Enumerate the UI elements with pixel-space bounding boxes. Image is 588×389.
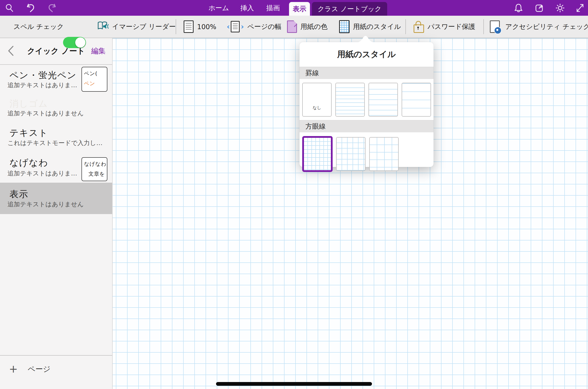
page-list-item[interactable]: なげなわ 追加テキストはありま… なげなわ 文章を <box>0 151 112 183</box>
page-list-item-selected[interactable]: 表示 追加テキストはありません <box>0 183 112 214</box>
page-thumbnail: ペン( ペン <box>81 67 107 92</box>
tab-home[interactable]: ホーム <box>206 0 231 16</box>
tab-insert[interactable]: 挿入 <box>236 0 258 16</box>
spell-check-toggle[interactable] <box>63 37 86 48</box>
toolbar-divider <box>405 19 406 34</box>
paper-style-ruled-medium[interactable] <box>368 83 398 117</box>
page-list-item[interactable]: 消しゴム 追加テキストはありません <box>0 95 112 121</box>
share-icon[interactable] <box>532 0 547 16</box>
page-thumbnail: なげなわ 文章を <box>81 157 107 181</box>
lock-icon <box>414 24 424 33</box>
tab-view[interactable]: 表示 <box>289 2 310 16</box>
onenote-app: ホーム 挿入 描画 表示 クラス ノートブック スペル チェック イマーシブ リ… <box>0 0 588 389</box>
sidebar-header: クイック ノート 編集 <box>0 38 112 64</box>
home-indicator[interactable] <box>216 382 372 386</box>
paper-style-popover: 用紙のスタイル 罫線 なし 方眼線 <box>299 42 434 167</box>
plus-icon: + <box>9 364 18 374</box>
accessibility-check-button[interactable]: アクセシビリティ チェック <box>490 16 588 38</box>
toolbar-divider <box>176 19 176 34</box>
paper-style-grid-small-selected[interactable] <box>302 136 333 172</box>
section-header-grid: 方眼線 <box>299 120 434 132</box>
page-list-sidebar: クイック ノート 編集 ペン・蛍光ペン 追加テキストはありま… ペン( ペン 消… <box>0 38 113 389</box>
page-width-icon: ‹ › <box>227 21 244 32</box>
search-icon[interactable] <box>2 0 17 16</box>
top-app-bar: ホーム 挿入 描画 表示 クラス ノートブック <box>0 0 588 16</box>
paper-style-ruled-wide[interactable] <box>402 83 431 117</box>
redo-icon[interactable] <box>44 0 59 16</box>
password-protect-button[interactable]: パスワード保護 <box>414 16 475 38</box>
paper-color-button[interactable]: 用紙の色 <box>287 16 328 38</box>
settings-icon[interactable] <box>553 0 568 16</box>
view-ribbon-toolbar: スペル チェック イマーシブ リーダー 100% ‹ › ページの幅 用紙の色 <box>0 16 588 38</box>
immersive-reader-icon <box>97 20 109 33</box>
page-list-item[interactable]: ペン・蛍光ペン 追加テキストはありま… ペン( ペン <box>0 65 112 95</box>
paper-style-ruled-narrow[interactable] <box>335 83 365 117</box>
paper-style-none[interactable]: なし <box>302 83 332 117</box>
paper-style-icon <box>339 20 350 33</box>
paper-color-icon <box>287 20 297 33</box>
paper-style-button[interactable]: 用紙のスタイル <box>339 16 401 38</box>
toolbar-divider <box>483 19 484 34</box>
accessibility-icon <box>490 20 500 33</box>
add-page-button[interactable]: + ページ <box>0 359 112 379</box>
paper-style-grid-medium[interactable] <box>336 137 366 171</box>
tab-class-notebook[interactable]: クラス ノートブック <box>312 2 387 16</box>
toggle-knob <box>75 37 85 48</box>
undo-icon[interactable] <box>23 0 38 16</box>
fullscreen-icon[interactable] <box>572 0 587 16</box>
zoom-page-icon <box>184 20 194 33</box>
page-width-button[interactable]: ‹ › ページの幅 <box>227 16 282 38</box>
paper-style-grid-large[interactable] <box>369 137 399 171</box>
zoom-level-button[interactable]: 100% <box>184 16 216 38</box>
page-list-item[interactable]: テキスト これはテキストモードで入力し… <box>0 121 112 151</box>
section-header-ruled: 罫線 <box>299 67 434 79</box>
immersive-reader-button[interactable]: イマーシブ リーダー <box>97 16 176 38</box>
edit-button[interactable]: 編集 <box>91 38 106 64</box>
popover-title: 用紙のスタイル <box>299 42 434 67</box>
notifications-icon[interactable] <box>511 0 526 16</box>
spell-check-label: スペル チェック <box>13 16 64 38</box>
popover-arrow <box>355 36 376 42</box>
tab-draw[interactable]: 描画 <box>262 0 284 16</box>
divider <box>0 355 112 356</box>
